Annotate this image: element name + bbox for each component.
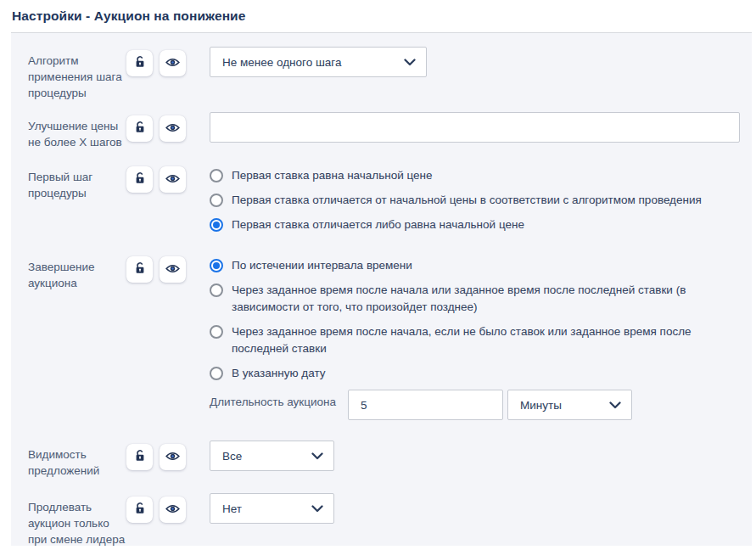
radio-label: Первая ставка отличается от начальной це… <box>232 192 702 209</box>
radio-option[interactable]: По истечении интервала времени <box>210 257 740 274</box>
eye-button[interactable] <box>160 444 186 470</box>
field-buttons <box>126 253 186 283</box>
lock-open-icon <box>134 261 146 278</box>
auction-end-radio-group: По истечении интервала времени Через зад… <box>210 253 740 382</box>
field-buttons <box>126 441 186 470</box>
field-label: Завершение аукциона <box>28 253 126 291</box>
radio-label: Через заданное время после начала, если … <box>232 323 740 357</box>
field-label: Первый шаг процедуры <box>28 163 126 201</box>
field-row-first-step: Первый шаг процедуры Первая ставка равна… <box>28 163 740 241</box>
eye-icon <box>165 173 180 187</box>
radio-label: В указанную дату <box>232 365 325 382</box>
lock-button[interactable] <box>126 444 153 470</box>
eye-button[interactable] <box>160 115 186 142</box>
radio-option[interactable]: Первая ставка равна начальной цене <box>210 167 740 184</box>
eye-icon <box>165 263 180 277</box>
lock-button[interactable] <box>126 50 153 76</box>
eye-icon <box>165 451 180 464</box>
lock-open-icon <box>134 449 146 465</box>
step-algorithm-select[interactable]: Не менее одного шага <box>210 47 427 77</box>
auction-duration-row: Длительность аукциона Минуты <box>210 390 740 420</box>
field-buttons <box>126 47 186 76</box>
field-row-price-improvement: Улучшение цены не более Х шагов <box>28 112 740 150</box>
eye-icon <box>165 503 180 517</box>
field-row-step-algorithm: Алгоритм применения шага процедуры Не ме… <box>28 47 740 101</box>
field-label: Видимость предложений <box>28 441 126 479</box>
extend-auction-select[interactable]: Нет <box>210 493 334 524</box>
radio-label: Первая ставка равна начальной цене <box>232 167 433 184</box>
offer-visibility-select[interactable]: Все <box>210 441 334 471</box>
lock-open-icon <box>134 121 146 137</box>
select-value: Не менее одного шага <box>222 56 341 69</box>
field-row-offer-visibility: Видимость предложений Все <box>28 441 740 479</box>
field-row-auction-end: Завершение аукциона По истечении интерва… <box>28 253 740 420</box>
eye-button[interactable] <box>160 50 186 76</box>
price-improvement-input[interactable] <box>210 112 740 143</box>
duration-input-wrap <box>348 390 503 420</box>
eye-button[interactable] <box>160 166 186 193</box>
eye-icon <box>165 122 180 136</box>
radio-label: По истечении интервала времени <box>232 257 412 274</box>
radio-button[interactable] <box>210 259 223 272</box>
chevron-down-icon <box>311 452 323 460</box>
radio-button[interactable] <box>210 169 223 182</box>
field-control: Не менее одного шага <box>210 47 740 77</box>
duration-unit-select[interactable]: Минуты <box>507 390 632 420</box>
radio-option[interactable]: Через заданное время после начала или за… <box>210 282 740 316</box>
radio-option[interactable]: Через заданное время после начала, если … <box>210 323 740 357</box>
radio-button[interactable] <box>210 367 223 380</box>
field-buttons <box>126 112 186 142</box>
auction-duration-input[interactable] <box>348 390 503 420</box>
field-control: Все <box>210 441 740 471</box>
radio-button[interactable] <box>210 283 223 297</box>
select-value: Нет <box>222 502 242 515</box>
field-buttons <box>126 163 186 193</box>
lock-button[interactable] <box>126 115 153 142</box>
field-control: Нет <box>210 493 740 524</box>
duration-label: Длительность аукциона <box>210 390 348 411</box>
first-step-radio-group: Первая ставка равна начальной цене Перва… <box>210 163 740 241</box>
lock-open-icon <box>134 55 146 71</box>
select-value: Минуты <box>520 399 562 412</box>
select-value: Все <box>222 450 242 463</box>
lock-open-icon <box>134 502 146 518</box>
eye-icon <box>165 57 180 70</box>
field-row-extend-auction: Продлевать аукцион только при смене лиде… <box>28 493 740 546</box>
field-control: По истечении интервала времени Через зад… <box>210 253 740 420</box>
radio-option[interactable]: Первая ставка отличается от начальной це… <box>210 192 740 209</box>
radio-button[interactable] <box>210 325 223 339</box>
lock-button[interactable] <box>126 497 153 523</box>
page-title: Настройки - Аукцион на понижение <box>12 8 756 24</box>
radio-button[interactable] <box>210 218 223 232</box>
field-label: Продлевать аукцион только при смене лиде… <box>28 493 126 546</box>
eye-button[interactable] <box>160 256 186 283</box>
radio-button[interactable] <box>210 194 223 207</box>
field-label: Алгоритм применения шага процедуры <box>28 47 126 101</box>
lock-button[interactable] <box>126 256 153 283</box>
chevron-down-icon <box>311 505 323 513</box>
eye-button[interactable] <box>160 497 186 523</box>
lock-button[interactable] <box>126 166 153 193</box>
field-buttons <box>126 493 186 523</box>
chevron-down-icon <box>404 59 416 66</box>
settings-panel: Алгоритм применения шага процедуры Не ме… <box>11 32 752 546</box>
radio-option[interactable]: Первая ставка отличается либо равна нача… <box>210 216 740 233</box>
field-control <box>210 112 740 143</box>
lock-open-icon <box>134 171 146 188</box>
field-label: Улучшение цены не более Х шагов <box>28 112 126 150</box>
chevron-down-icon <box>609 401 621 409</box>
radio-label: Через заданное время после начала или за… <box>232 282 740 316</box>
radio-option[interactable]: В указанную дату <box>210 365 740 382</box>
radio-label: Первая ставка отличается либо равна нача… <box>232 216 524 233</box>
